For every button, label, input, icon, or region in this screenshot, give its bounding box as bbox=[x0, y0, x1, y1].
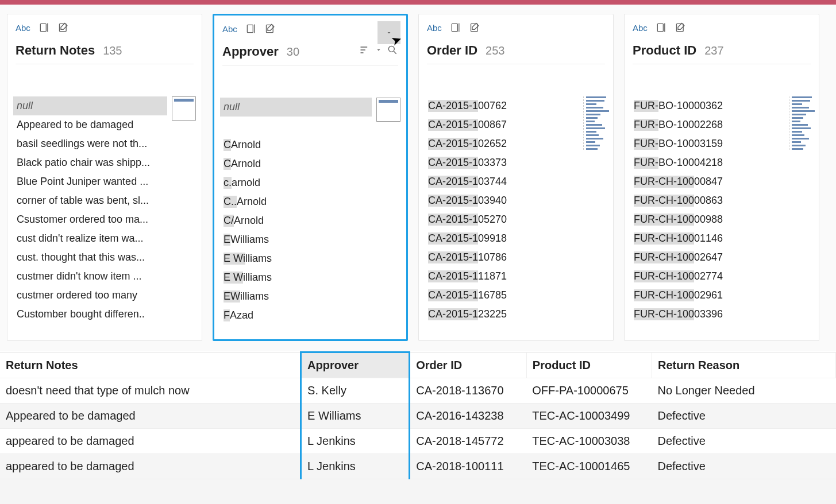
panel-title: Order ID bbox=[427, 43, 477, 58]
value-row[interactable]: CA-2015-103940 bbox=[425, 191, 579, 210]
value-row[interactable]: custmer ordered too many bbox=[13, 286, 167, 305]
sort-icon[interactable] bbox=[359, 44, 371, 56]
field-panel[interactable]: Abc Return Notes 135 nullAppeared to be … bbox=[7, 14, 202, 341]
edit-icon[interactable] bbox=[265, 23, 276, 34]
value-row[interactable]: CA-2015-103373 bbox=[425, 153, 579, 172]
table-cell[interactable]: Defective bbox=[652, 429, 835, 454]
dropdown-icon[interactable] bbox=[375, 46, 382, 53]
value-row[interactable] bbox=[220, 117, 372, 135]
value-row[interactable]: C Arnold bbox=[220, 154, 372, 173]
value-row[interactable]: Csustomer ordered too ma... bbox=[13, 210, 167, 229]
value-row[interactable]: CA-2015-105270 bbox=[425, 210, 579, 229]
value-row[interactable]: FUR-BO-10004218 bbox=[630, 153, 784, 172]
table-row[interactable]: doesn't need that type of mulch nowS. Ke… bbox=[0, 378, 836, 404]
svg-rect-2 bbox=[247, 25, 253, 32]
table-row[interactable]: appeared to be damagedL JenkinsCA-2018-1… bbox=[0, 454, 836, 479]
table-cell[interactable]: doesn't need that type of mulch now bbox=[0, 378, 301, 404]
value-row[interactable]: E Williams bbox=[220, 230, 372, 249]
column-header[interactable]: Return Notes bbox=[0, 352, 301, 378]
value-row[interactable]: C.. Arnold bbox=[220, 192, 372, 211]
column-header[interactable]: Return Reason bbox=[652, 352, 835, 378]
field-panel[interactable]: Abc Order ID 253 CA-2015-100762CA-2015-1… bbox=[418, 14, 614, 341]
value-row[interactable]: FUR-CH-10002961 bbox=[630, 286, 784, 305]
value-row[interactable]: Appeared to be damaged bbox=[13, 115, 167, 134]
value-row[interactable]: CA-2015-123225 bbox=[425, 305, 579, 324]
rename-icon[interactable] bbox=[450, 22, 461, 33]
svg-rect-0 bbox=[40, 24, 46, 31]
rename-icon[interactable] bbox=[38, 22, 50, 33]
table-cell[interactable]: TEC-AC-10003038 bbox=[526, 429, 652, 454]
table-row[interactable]: appeared to be damagedL JenkinsCA-2018-1… bbox=[0, 429, 836, 454]
table-cell[interactable]: S. Kelly bbox=[301, 378, 410, 404]
value-row[interactable]: FUR-BO-10003159 bbox=[630, 134, 784, 153]
value-row[interactable]: C Arnold bbox=[220, 135, 372, 154]
table-cell[interactable]: appeared to be damaged bbox=[0, 454, 301, 479]
mini-histogram bbox=[789, 96, 813, 150]
table-cell[interactable]: CA-2018-100111 bbox=[410, 454, 527, 479]
value-row[interactable]: cust didn't realize item wa... bbox=[13, 229, 167, 248]
value-row[interactable]: custmer didn't know item ... bbox=[13, 267, 167, 286]
value-row[interactable]: FUR-CH-10003396 bbox=[630, 305, 784, 324]
table-cell[interactable]: appeared to be damaged bbox=[0, 429, 301, 454]
table-row[interactable]: Appeared to be damagedE WilliamsCA-2016-… bbox=[0, 404, 836, 429]
value-row[interactable]: null bbox=[220, 98, 372, 117]
value-row[interactable]: basil seedlings were not th... bbox=[13, 134, 167, 153]
value-row[interactable]: c. arnold bbox=[220, 173, 372, 192]
table-cell[interactable]: Appeared to be damaged bbox=[0, 404, 301, 429]
value-row[interactable]: CA-2015-109918 bbox=[425, 229, 579, 248]
value-row[interactable]: FUR-CH-10000847 bbox=[630, 172, 784, 191]
value-row[interactable]: C/ Arnold bbox=[220, 211, 372, 230]
table-cell[interactable]: L Jenkins bbox=[301, 454, 410, 479]
value-row[interactable]: null bbox=[13, 96, 167, 115]
value-row[interactable]: Black patio chair was shipp... bbox=[13, 153, 167, 172]
table-cell[interactable]: E Williams bbox=[301, 404, 410, 429]
field-panel[interactable]: ➤ Abc Approver 30 nullC ArnoldC Arnoldc.… bbox=[213, 14, 408, 341]
value-row[interactable]: F Azad bbox=[220, 306, 372, 325]
value-row[interactable]: CA-2015-100867 bbox=[425, 115, 579, 134]
value-row[interactable]: E Williams bbox=[220, 268, 372, 287]
table-cell[interactable]: TEC-AC-10001465 bbox=[526, 454, 652, 479]
panel-header: Abc Order ID 253 bbox=[419, 14, 613, 68]
value-row[interactable]: CA-2015-102652 bbox=[425, 134, 579, 153]
column-header[interactable]: Product ID bbox=[526, 352, 652, 378]
field-panel[interactable]: Abc Product ID 237 FUR-BO-10000362FUR-BO… bbox=[624, 14, 819, 341]
table-cell[interactable]: CA-2018-145772 bbox=[410, 429, 527, 454]
type-label: Abc bbox=[633, 23, 648, 33]
data-grid[interactable]: Return NotesApproverOrder IDProduct IDRe… bbox=[0, 351, 836, 479]
value-row[interactable]: CA-2015-103744 bbox=[425, 172, 579, 191]
value-row[interactable]: FUR-CH-10000988 bbox=[630, 210, 784, 229]
value-row[interactable]: CA-2015-100762 bbox=[425, 96, 579, 115]
edit-icon[interactable] bbox=[58, 22, 70, 33]
type-label: Abc bbox=[222, 24, 237, 34]
rename-icon[interactable] bbox=[245, 23, 257, 34]
value-row[interactable]: CA-2015-116785 bbox=[425, 286, 579, 305]
table-cell[interactable]: L Jenkins bbox=[301, 429, 410, 454]
table-cell[interactable]: CA-2016-143238 bbox=[410, 404, 527, 429]
value-row[interactable]: CA-2015-110786 bbox=[425, 248, 579, 267]
value-row[interactable]: corner of table was bent, sl... bbox=[13, 191, 167, 210]
value-row[interactable]: EWilliams bbox=[220, 287, 372, 306]
column-header[interactable]: Order ID bbox=[410, 352, 527, 378]
value-row[interactable]: Blue Point Juniper wanted ... bbox=[13, 172, 167, 191]
value-row[interactable]: FUR-CH-10002647 bbox=[630, 248, 784, 267]
panel-count: 253 bbox=[486, 44, 504, 57]
value-row[interactable]: CA-2015-111871 bbox=[425, 267, 579, 286]
value-row[interactable]: cust. thought that this was... bbox=[13, 248, 167, 267]
table-cell[interactable]: TEC-AC-10003499 bbox=[526, 404, 652, 429]
value-row[interactable]: FUR-CH-10001146 bbox=[630, 229, 784, 248]
table-cell[interactable]: No Longer Needed bbox=[652, 378, 835, 404]
value-row[interactable]: E Wi lliams bbox=[220, 249, 372, 268]
column-header[interactable]: Approver bbox=[301, 352, 410, 378]
edit-icon[interactable] bbox=[675, 22, 687, 33]
table-cell[interactable]: Defective bbox=[652, 404, 835, 429]
value-row[interactable]: FUR-CH-10000863 bbox=[630, 191, 784, 210]
value-row[interactable]: Customber bought differen.. bbox=[13, 305, 167, 324]
table-cell[interactable]: Defective bbox=[652, 454, 835, 479]
table-cell[interactable]: OFF-PA-10000675 bbox=[526, 378, 652, 404]
value-row[interactable]: FUR-CH-10002774 bbox=[630, 267, 784, 286]
value-row[interactable]: FUR-BO-10000362 bbox=[630, 96, 784, 115]
rename-icon[interactable] bbox=[656, 22, 667, 33]
value-row[interactable]: FUR-BO-10002268 bbox=[630, 115, 784, 134]
table-cell[interactable]: CA-2018-113670 bbox=[410, 378, 527, 404]
edit-icon[interactable] bbox=[469, 22, 481, 33]
